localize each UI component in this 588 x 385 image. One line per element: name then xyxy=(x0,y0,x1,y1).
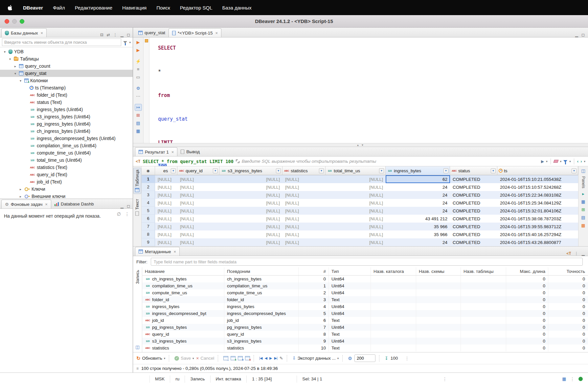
cell[interactable]: 2024-01-16T15:10:57.524268Z xyxy=(497,183,578,191)
close-icon[interactable]: × xyxy=(41,31,43,36)
cell[interactable]: [NULL] xyxy=(177,183,219,191)
cell[interactable]: 2024-01-16T15:38:08.787203Z xyxy=(497,215,578,223)
cell[interactable]: [NULL] xyxy=(283,215,326,223)
metadata-name-cell[interactable]: ingress_bytes xyxy=(142,303,224,310)
expand-filter-icon[interactable] xyxy=(236,159,239,163)
metadata-table-cell[interactable] xyxy=(461,310,506,317)
next-row-icon[interactable]: ▶ xyxy=(269,356,272,360)
metadata-catalog-cell[interactable] xyxy=(371,296,416,303)
metadata-catalog-cell[interactable] xyxy=(371,324,416,331)
cell[interactable]: [NULL] xyxy=(177,207,219,215)
minimize-view-icon[interactable]: ▁ xyxy=(121,33,124,37)
tab-result-1[interactable]: Результат 1 × xyxy=(135,147,177,156)
metadata-catalog-cell[interactable] xyxy=(371,310,416,317)
row-number-cell[interactable]: 4 xyxy=(142,199,155,207)
tree-item[interactable]: ▸ Внешние ключи xyxy=(0,193,133,199)
maximize-editor-icon[interactable]: ◻ xyxy=(581,33,585,37)
metadata-maxlen-cell[interactable]: 0 xyxy=(506,317,548,324)
execute-script-icon[interactable]: ⚡ xyxy=(135,58,142,65)
metadata-maxlen-cell[interactable]: 0 xyxy=(506,276,548,282)
metadata-table-cell[interactable] xyxy=(461,296,506,303)
execute-sql-icon[interactable]: ▶ xyxy=(135,39,142,46)
metadata-catalog-cell[interactable] xyxy=(371,338,416,345)
apply-filter-dropdown-icon[interactable]: ▾ xyxy=(546,160,548,163)
cell[interactable]: [NULL] xyxy=(219,191,283,199)
metadata-type-cell[interactable]: Text xyxy=(329,317,371,324)
cell[interactable]: [NULL] xyxy=(283,199,326,207)
metadata-catalog-cell[interactable] xyxy=(371,276,416,282)
cell[interactable]: [NULL] xyxy=(155,199,177,207)
menubar-item[interactable]: База данных xyxy=(222,5,251,11)
row-number-cell[interactable]: 9 xyxy=(142,238,155,246)
metadata-catalog-cell[interactable] xyxy=(371,317,416,324)
metadata-catalog-cell[interactable] xyxy=(371,303,416,310)
metadata-catalog-cell[interactable] xyxy=(371,282,416,289)
metadata-table[interactable]: Название Псевдоним # Тип Назв. каталога … xyxy=(142,267,588,352)
duplicate-row-icon[interactable] xyxy=(238,356,243,360)
close-icon[interactable]: × xyxy=(174,249,176,254)
metadata-ordinal-cell[interactable]: 3 xyxy=(299,296,329,303)
metadata-table-cell[interactable] xyxy=(461,303,506,310)
result-settings-gear-icon[interactable]: ⚙ xyxy=(348,356,352,361)
write-mode-indicator[interactable]: Запись xyxy=(185,375,210,383)
header-ordinal[interactable]: # xyxy=(299,267,329,275)
tree-item[interactable]: pg_ingress_bytes (Uint64) xyxy=(0,120,133,128)
sort-dropdown-icon[interactable]: ▼ xyxy=(491,168,496,173)
header-schema[interactable]: Назв. схемы xyxy=(416,267,461,275)
tree-item[interactable]: ▸ Ключи xyxy=(0,185,133,193)
tab-background-tasks[interactable]: ⚙ Фоновые задач × xyxy=(1,200,51,208)
cell[interactable]: 24 xyxy=(386,238,450,246)
save-button[interactable]: ✓ Save ▾ xyxy=(174,356,194,361)
sort-dropdown-icon[interactable]: ▼ xyxy=(319,168,324,173)
cell[interactable]: [NULL] xyxy=(283,175,326,183)
tree-item[interactable]: query_id (Text) xyxy=(0,171,133,178)
metadata-catalog-cell[interactable] xyxy=(371,289,416,296)
metadata-row[interactable]: query_id query_id 8 Text 0 0 xyxy=(142,331,588,338)
cell[interactable]: [NULL] xyxy=(155,207,177,215)
metadata-precision-cell[interactable]: 0 xyxy=(548,296,588,303)
tree-item[interactable]: folder_id (Text) xyxy=(0,91,133,99)
column-header[interactable]: ts ▼ xyxy=(497,166,578,175)
metadata-ordinal-cell[interactable]: 5 xyxy=(299,310,329,317)
clear-finished-jobs-icon[interactable]: ∅ xyxy=(117,211,121,217)
cell[interactable]: COMPLETED xyxy=(450,183,497,191)
metadata-schema-cell[interactable] xyxy=(416,345,461,351)
tree-item[interactable]: ch_ingress_bytes (Uint64) xyxy=(0,128,133,135)
first-row-icon[interactable]: |◀ xyxy=(259,356,262,360)
metadata-maxlen-cell[interactable]: 0 xyxy=(506,331,548,338)
metadata-alias-cell[interactable]: s3_ingress_bytes xyxy=(224,338,299,345)
metadata-name-cell[interactable]: s3_ingress_bytes xyxy=(142,338,224,345)
timezone-indicator[interactable]: MSK xyxy=(149,375,170,383)
metadata-precision-cell[interactable]: 0 xyxy=(548,303,588,310)
cell[interactable]: 2024-01-16T15:43:26.8800877 xyxy=(497,238,578,246)
minimize-editor-icon[interactable]: ▁ xyxy=(575,33,578,37)
splitter-grip[interactable]: ▲ ▼ xyxy=(356,144,364,147)
column-header[interactable]: s3_ingress_bytes ▼ xyxy=(219,166,283,175)
tree-item[interactable]: total_time_us (Uint64) xyxy=(0,156,133,164)
current-query-text[interactable]: SELECT * from query_stat LIMIT 100 xyxy=(143,159,233,164)
view-menu-icon[interactable]: ⋮ xyxy=(125,211,129,217)
metadata-alias-cell[interactable]: folder_id xyxy=(224,296,299,303)
metadata-maxlen-cell[interactable]: 0 xyxy=(506,310,548,317)
metadata-row[interactable]: s3_ingress_bytes s3_ingress_bytes 9 Uint… xyxy=(142,338,588,345)
cell[interactable]: [NULL] xyxy=(326,230,386,238)
tree-item[interactable]: compilation_time_us (Uint64) xyxy=(0,142,133,149)
refresh-button[interactable]: ↻ Обновить ▾ xyxy=(136,355,165,361)
metadata-table-cell[interactable] xyxy=(461,345,506,351)
metadata-row[interactable]: compute_time_us compute_time_us 2 Uint64… xyxy=(142,289,588,296)
cell[interactable]: [NULL] xyxy=(155,175,177,183)
menubar-item[interactable]: Редактор SQL xyxy=(180,5,213,11)
previous-row-icon[interactable]: ◀ xyxy=(265,356,267,360)
cell[interactable]: [NULL] xyxy=(177,215,219,223)
metadata-schema-cell[interactable] xyxy=(416,317,461,324)
metadata-precision-cell[interactable]: 0 xyxy=(548,345,588,351)
metadata-type-cell[interactable]: Uint64 xyxy=(329,338,371,345)
metadata-alias-cell[interactable]: ch_ingress_bytes xyxy=(224,276,299,282)
grouping-panel-icon[interactable]: ⊞ xyxy=(581,207,585,212)
metadata-precision-cell[interactable]: 0 xyxy=(548,289,588,296)
cell[interactable]: 2024-01-16T15:22:34.083108Z xyxy=(497,191,578,199)
apple-menu-icon[interactable] xyxy=(8,5,13,11)
edit-value-icon[interactable]: ✎ xyxy=(280,356,283,361)
close-icon[interactable]: × xyxy=(171,150,174,155)
object-search-input[interactable] xyxy=(2,38,121,46)
